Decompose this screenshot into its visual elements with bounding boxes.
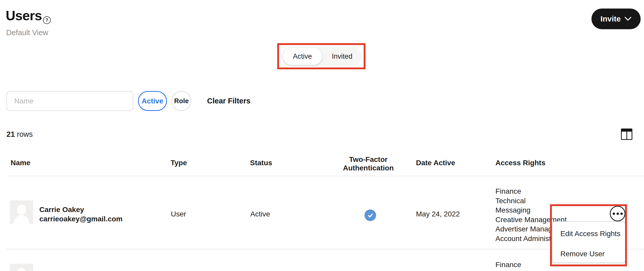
access-right-item: Finance [495, 260, 526, 270]
status-tabs: Active Invited [282, 47, 362, 66]
users-page: Users ? Default View Invite Active Invit… [0, 0, 644, 271]
row-actions-menu: Edit Access Rights Remove User [552, 221, 626, 263]
dot [620, 213, 623, 215]
row-count-number: 21 [6, 130, 15, 138]
access-right-item: Technical [495, 196, 572, 206]
access-rights-list: Finance Technical [495, 260, 526, 271]
dot [617, 213, 619, 215]
two-factor-check-icon [364, 209, 376, 221]
row-actions-button[interactable] [610, 206, 625, 221]
col-header-type[interactable]: Type [171, 154, 187, 172]
avatar [10, 200, 33, 224]
active-filter-pill[interactable]: Active [138, 91, 167, 111]
dot [613, 213, 615, 215]
row-divider [6, 249, 644, 250]
invite-button-label: Invite [601, 14, 621, 23]
clear-filters-button[interactable]: Clear Filters [207, 97, 251, 105]
person-silhouette-icon [17, 205, 26, 214]
view-subtitle: Default View [6, 28, 48, 37]
user-name: Carrie Oakey [39, 206, 84, 214]
invite-button[interactable]: Invite [591, 9, 641, 29]
menu-item-remove-user[interactable]: Remove User [560, 250, 605, 258]
person-silhouette-icon [17, 268, 26, 271]
row-count: 21 rows [6, 130, 33, 139]
help-icon[interactable]: ? [43, 16, 51, 24]
access-right-item: Technical [495, 270, 526, 271]
col-header-name[interactable]: Name [11, 154, 30, 172]
header-divider [6, 176, 644, 176]
column-settings-icon[interactable] [621, 129, 632, 140]
row-count-label: rows [17, 130, 33, 138]
page-title: Users [6, 8, 42, 23]
access-right-item: Messaging [495, 206, 572, 215]
col-header-access-rights[interactable]: Access Rights [495, 154, 545, 172]
col-header-two-factor-line1: Two-Factor [330, 155, 407, 164]
user-status: Active [250, 210, 270, 218]
name-filter-input[interactable] [6, 91, 133, 111]
col-header-status[interactable]: Status [250, 154, 272, 172]
avatar [10, 264, 33, 271]
chevron-down-icon [624, 17, 632, 21]
user-type: User [171, 210, 186, 218]
user-email: carrieoakey@gmail.com [39, 215, 122, 223]
menu-item-edit-access-rights[interactable]: Edit Access Rights [560, 230, 620, 238]
user-date-active: May 24, 2022 [416, 210, 460, 218]
access-right-item: Finance [495, 187, 572, 196]
col-header-date-active[interactable]: Date Active [416, 154, 455, 172]
person-silhouette-body [13, 215, 30, 224]
role-filter-pill[interactable]: Role [172, 91, 191, 111]
tab-active[interactable]: Active [283, 48, 322, 65]
col-header-two-factor[interactable]: Two-Factor Authentication [330, 155, 407, 172]
column-settings-icon-divider [626, 132, 627, 139]
col-header-two-factor-line2: Authentication [330, 164, 407, 172]
column-settings-icon-bar [622, 129, 632, 132]
tab-invited[interactable]: Invited [323, 47, 362, 66]
